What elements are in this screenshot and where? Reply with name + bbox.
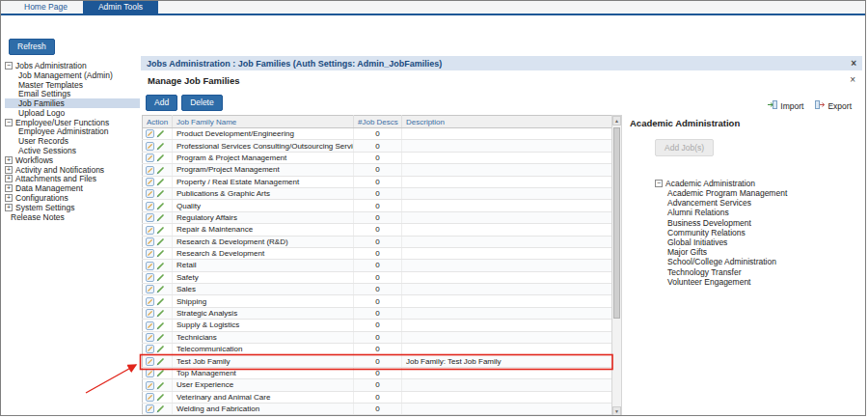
sidebar-item-job-management-admin[interactable]: Job Management (Admin) <box>5 70 140 80</box>
edit-description-icon[interactable] <box>156 309 165 318</box>
edit-icon[interactable] <box>146 262 154 270</box>
edit-icon[interactable] <box>146 321 154 330</box>
edit-description-icon[interactable] <box>156 178 165 186</box>
sidebar-item-activity-and-notifications[interactable]: +Activity and Notifications <box>5 165 140 175</box>
sidebar-item-data-management[interactable]: +Data Management <box>5 183 140 193</box>
column-header-job-family-name[interactable]: Job Family Name <box>173 116 354 128</box>
column-header-description[interactable]: Description <box>402 116 612 128</box>
edit-icon[interactable] <box>146 369 154 377</box>
table-row-strategic-analysis[interactable]: Strategic Analysis0 <box>143 307 612 319</box>
edit-description-icon[interactable] <box>156 262 165 270</box>
edit-description-icon[interactable] <box>156 381 165 390</box>
tree-item-volunteer-engagement[interactable]: Volunteer Engagement <box>667 277 861 287</box>
edit-icon[interactable] <box>146 226 154 235</box>
expand-icon[interactable]: + <box>5 204 13 211</box>
edit-description-icon[interactable] <box>156 153 165 162</box>
table-row-product-development-engineering[interactable]: Product Development/Engineering0 <box>143 128 612 140</box>
edit-description-icon[interactable] <box>156 369 165 377</box>
edit-description-icon[interactable] <box>156 273 165 282</box>
sidebar-item-master-templates[interactable]: Master Templates <box>5 80 140 90</box>
edit-description-icon[interactable] <box>156 249 165 258</box>
tree-item-business-development[interactable]: Business Development <box>667 218 861 228</box>
table-row-research-development-r-d[interactable]: Research & Development (R&D)0 <box>143 236 612 247</box>
table-row-quality[interactable]: Quality0 <box>143 200 612 211</box>
table-row-property-real-estate-management[interactable]: Property / Real Estate Management0 <box>143 176 612 187</box>
sidebar-item-release-notes[interactable]: Release Notes <box>5 212 140 222</box>
collapse-icon[interactable]: − <box>5 119 13 126</box>
delete-button[interactable]: Delete <box>181 95 223 111</box>
edit-description-icon[interactable] <box>156 297 165 306</box>
sidebar-item-upload-logo[interactable]: Upload Logo <box>5 108 140 118</box>
collapse-icon[interactable]: − <box>5 62 13 70</box>
scroll-up-icon[interactable]: ▲ <box>612 116 621 125</box>
sidebar-item-configurations[interactable]: +Configurations <box>5 193 140 203</box>
table-row-welding-and-fabrication[interactable]: Welding and Fabrication0 <box>143 403 612 414</box>
edit-description-icon[interactable] <box>156 202 165 210</box>
edit-icon[interactable] <box>146 189 154 198</box>
sidebar-item-jobs-administration[interactable]: −Jobs Administration <box>5 61 140 70</box>
edit-description-icon[interactable] <box>156 393 165 402</box>
edit-icon[interactable] <box>146 393 154 402</box>
table-row-item[interactable] <box>143 415 612 416</box>
table-row-user-experience[interactable]: User Experience0 <box>143 379 612 391</box>
sidebar-item-user-records[interactable]: User Records <box>5 136 140 146</box>
edit-icon[interactable] <box>146 273 154 282</box>
edit-description-icon[interactable] <box>156 333 165 342</box>
table-row-program-project-management[interactable]: Program & Project Management0 <box>143 152 612 163</box>
table-row-safety[interactable]: Safety0 <box>143 271 612 283</box>
edit-description-icon[interactable] <box>156 166 165 175</box>
table-row-top-management[interactable]: Top Management0 <box>143 367 612 378</box>
edit-icon[interactable] <box>146 237 154 246</box>
table-row-veterinary-and-animal-care[interactable]: Veterinary and Animal Care0 <box>143 391 612 403</box>
edit-description-icon[interactable] <box>156 345 165 353</box>
table-scrollbar[interactable]: ▲ ▼ <box>611 115 622 416</box>
expand-icon[interactable]: + <box>5 184 13 192</box>
edit-description-icon[interactable] <box>156 321 165 330</box>
sidebar-item-system-settings[interactable]: +System Settings <box>5 203 140 212</box>
table-row-research-development[interactable]: Research & Development0 <box>143 247 612 259</box>
collapse-icon[interactable]: − <box>655 180 663 187</box>
tree-item-major-gifts[interactable]: Major Gifts <box>667 247 861 257</box>
edit-icon[interactable] <box>146 166 154 175</box>
edit-icon[interactable] <box>146 297 154 306</box>
tree-item-technology-transfer[interactable]: Technology Transfer <box>667 267 861 277</box>
tree-item-academic-program-management[interactable]: Academic Program Management <box>667 188 861 198</box>
edit-icon[interactable] <box>146 153 154 162</box>
edit-icon[interactable] <box>146 202 154 210</box>
tab-home-page[interactable]: Home Page <box>9 1 83 14</box>
edit-icon[interactable] <box>146 309 154 318</box>
edit-description-icon[interactable] <box>156 237 165 246</box>
edit-icon[interactable] <box>146 404 154 413</box>
scroll-down-icon[interactable]: ▼ <box>612 406 621 416</box>
sidebar-item-workflows[interactable]: +Workflows <box>5 155 140 165</box>
tree-item-advancement-services[interactable]: Advancement Services <box>667 198 861 208</box>
edit-description-icon[interactable] <box>156 226 165 235</box>
sidebar-item-employee-user-functions[interactable]: −Employee/User Functions <box>5 118 140 127</box>
edit-icon[interactable] <box>146 333 154 342</box>
edit-icon[interactable] <box>146 345 154 353</box>
table-row-program-project-management[interactable]: Program/Project Management0 <box>143 164 612 176</box>
edit-icon[interactable] <box>146 381 154 390</box>
sidebar-item-attachments-and-files[interactable]: +Attachments and Files <box>5 175 140 184</box>
add-jobs-button[interactable]: Add Job(s) <box>655 139 714 156</box>
add-button[interactable]: Add <box>146 95 177 111</box>
tree-item-school-college-administration[interactable]: School/College Administration <box>667 257 861 266</box>
edit-icon[interactable] <box>146 129 154 138</box>
expand-icon[interactable]: + <box>5 156 13 164</box>
table-row-repair-maintenance[interactable]: Repair & Maintenance0 <box>143 224 612 236</box>
tree-item-community-relations[interactable]: Community Relations <box>667 228 861 237</box>
table-row-supply-logistics[interactable]: Supply & Logistics0 <box>143 320 612 331</box>
expand-icon[interactable]: + <box>5 166 13 174</box>
table-row-shipping[interactable]: Shipping0 <box>143 295 612 307</box>
edit-icon[interactable] <box>146 213 154 222</box>
table-row-publications-graphic-arts[interactable]: Publications & Graphic Arts0 <box>143 187 612 199</box>
tree-root[interactable]: − Academic Administration <box>655 178 861 188</box>
table-row-telecommunication[interactable]: Telecommunication0 <box>143 344 612 355</box>
edit-description-icon[interactable] <box>156 404 165 413</box>
edit-icon[interactable] <box>146 249 154 258</box>
edit-description-icon[interactable] <box>156 357 165 366</box>
sidebar-item-active-sessions[interactable]: Active Sessions <box>5 146 140 155</box>
close-icon[interactable]: × <box>850 75 855 85</box>
edit-icon[interactable] <box>146 178 154 186</box>
close-icon[interactable]: × <box>851 59 856 69</box>
